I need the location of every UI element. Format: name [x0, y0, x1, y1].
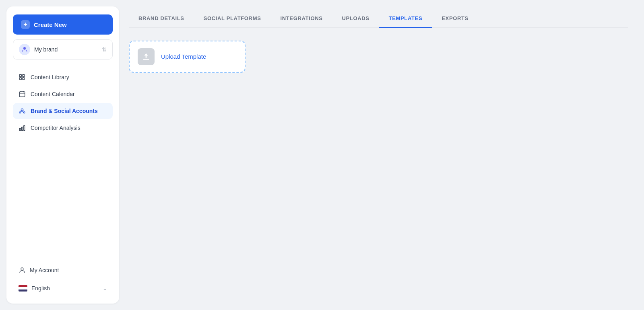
language-chevron-icon: ⌄: [103, 285, 107, 292]
upload-template-label: Upload Template: [161, 53, 206, 60]
person-icon: [21, 46, 28, 53]
svg-point-12: [21, 268, 23, 270]
brand-social-icon: [19, 107, 26, 115]
svg-point-0: [23, 47, 26, 49]
my-account-item[interactable]: My Account: [13, 263, 113, 278]
main-content: BRAND DETAILS SOCIAL PLATFORMS INTEGRATI…: [119, 6, 638, 304]
brand-selector[interactable]: My brand ⇅: [13, 39, 113, 60]
tab-templates[interactable]: TEMPLATES: [379, 10, 432, 28]
tab-uploads[interactable]: UPLOADS: [332, 10, 379, 28]
sidebar-nav: Content Library Content Calendar Brand &…: [13, 69, 113, 256]
tabs-bar: BRAND DETAILS SOCIAL PLATFORMS INTEGRATI…: [129, 6, 628, 28]
upload-icon: [142, 52, 151, 61]
svg-rect-10: [22, 127, 23, 131]
content-calendar-icon: [19, 90, 26, 98]
svg-rect-4: [23, 78, 25, 80]
tab-brand-details[interactable]: BRAND DETAILS: [129, 10, 194, 28]
create-new-label: Create New: [34, 21, 67, 28]
svg-rect-13: [143, 59, 149, 60]
sidebar-item-content-calendar[interactable]: Content Calendar: [13, 86, 113, 102]
upload-template-card[interactable]: Upload Template: [129, 41, 246, 73]
sidebar-item-label: Content Calendar: [31, 91, 75, 97]
svg-rect-11: [24, 125, 25, 131]
tab-exports[interactable]: EXPORTS: [432, 10, 478, 28]
brand-name-label: My brand: [34, 46, 98, 53]
svg-rect-5: [19, 92, 25, 97]
my-account-icon: [19, 267, 26, 274]
brand-avatar: [19, 44, 30, 55]
language-label: English: [31, 285, 99, 292]
sidebar: + Create New My brand ⇅ Content Library: [6, 6, 119, 304]
content-library-icon: [19, 74, 26, 81]
upload-icon-box: [138, 48, 155, 65]
flag-icon: [19, 285, 27, 292]
sidebar-item-content-library[interactable]: Content Library: [13, 69, 113, 85]
sidebar-bottom: My Account English ⌄: [13, 256, 113, 296]
svg-rect-3: [23, 74, 25, 76]
plus-icon: +: [21, 20, 30, 29]
sidebar-item-label: Competitor Analysis: [31, 125, 80, 131]
language-selector[interactable]: English ⌄: [13, 281, 113, 296]
brand-selector-chevron: ⇅: [102, 46, 107, 53]
sidebar-item-label: Content Library: [31, 74, 69, 80]
competitor-analysis-icon: [19, 124, 26, 131]
sidebar-item-brand-social-accounts[interactable]: Brand & Social Accounts: [13, 103, 113, 119]
svg-rect-2: [19, 78, 21, 80]
svg-rect-9: [19, 129, 21, 131]
sidebar-item-label: Brand & Social Accounts: [31, 108, 98, 114]
svg-rect-1: [19, 74, 21, 76]
my-account-label: My Account: [30, 267, 59, 273]
tab-integrations[interactable]: INTEGRATIONS: [270, 10, 332, 28]
create-new-button[interactable]: + Create New: [13, 14, 113, 35]
tab-social-platforms[interactable]: SOCIAL PLATFORMS: [194, 10, 271, 28]
sidebar-item-competitor-analysis[interactable]: Competitor Analysis: [13, 120, 113, 136]
